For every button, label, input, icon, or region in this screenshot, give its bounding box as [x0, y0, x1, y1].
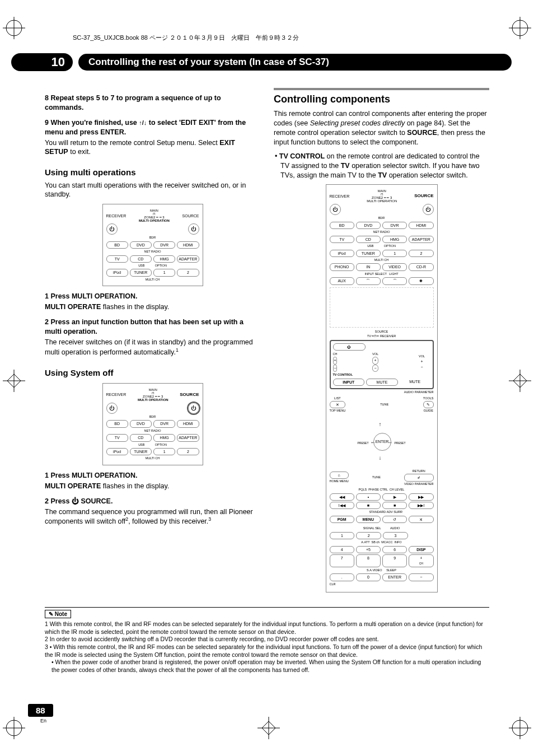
- btn-2: 2: [177, 269, 199, 276]
- label-tv: TV: [367, 334, 371, 338]
- btn-cd: CD: [356, 236, 381, 243]
- footnote-3a: 3 • With this remote control, the IR and…: [45, 643, 489, 659]
- label-source: SOURCE: [182, 213, 199, 218]
- btn-dvr: DVR: [153, 420, 175, 427]
- text: to exit.: [68, 148, 91, 156]
- vol-minus-icon: −: [372, 365, 378, 372]
- btn-2: 2: [177, 448, 199, 455]
- btn-num-7: 7: [330, 554, 354, 567]
- btn-in: IN: [356, 263, 381, 270]
- btn-input: INPUT: [333, 379, 365, 386]
- crop-mark-icon: [3, 17, 25, 39]
- receiver-power-icon: ⏻: [106, 223, 118, 235]
- shuffle-icon: ⤨: [409, 516, 433, 523]
- label-netradio: NET RADIO: [106, 429, 199, 433]
- label-pqls: PQLS: [359, 488, 367, 491]
- text: operation selector switch.: [387, 171, 468, 179]
- label-source: SOURCE: [414, 193, 433, 199]
- label-multich: MULTI CH: [330, 258, 434, 262]
- btn-ipod: iPod: [330, 250, 354, 257]
- btn-adapter: ADAPTER: [177, 255, 199, 263]
- btn-tuner: TUNER: [130, 448, 152, 455]
- ch-plus-icon: +: [333, 357, 338, 364]
- label-vol: VOL: [414, 354, 430, 358]
- label-bdr: BDR: [106, 415, 199, 419]
- crop-mark-icon: [509, 17, 531, 39]
- label-ch: CH: [333, 352, 338, 356]
- btn-prev-icon: ⌒: [356, 277, 381, 284]
- source-power-icon: ⏻: [188, 223, 199, 235]
- label-vol: VOL: [372, 352, 378, 356]
- up-down-arrow-icon: ↑/↓: [139, 119, 147, 126]
- btn-hmg: HMG: [153, 434, 175, 441]
- btn-num-8: 8: [356, 554, 381, 567]
- btn-dot: .: [330, 573, 354, 581]
- crop-mark-icon: [509, 370, 531, 392]
- left-column: 8 Repeat steps 5 to 7 to program a seque…: [45, 88, 260, 597]
- btn-mute: MUTE: [366, 379, 398, 386]
- label-netradio: NET RADIO: [106, 250, 199, 254]
- ch-minus-icon: −: [333, 365, 338, 372]
- btn-phono: PHONO: [330, 263, 354, 270]
- label-clr: CLR: [330, 582, 434, 586]
- note-section: Note 1 With this remote control, the IR …: [45, 607, 489, 674]
- label-receiver: RECEIVER: [106, 213, 127, 218]
- label-multi-op: MULTI OPERATION: [139, 219, 170, 222]
- btn-2: 2: [409, 250, 433, 257]
- label-chlevel: CH LEVEL: [390, 488, 405, 491]
- label-savideo: S.A.VIDEO: [367, 568, 382, 572]
- label-main: MAIN: [149, 388, 157, 391]
- label-sleep: SLEEP: [386, 568, 396, 572]
- btn-aux: AUX: [330, 277, 354, 284]
- crop-mark-icon: [509, 717, 531, 739]
- label-preset: PRESET: [394, 441, 405, 445]
- btn-hdmi: HDMI: [177, 241, 199, 249]
- btn-tv: TV: [330, 236, 354, 243]
- wrench-icon: ✎: [423, 401, 434, 408]
- btn-num-9: 9: [382, 554, 407, 567]
- source-power-icon: ⏻: [188, 403, 199, 414]
- footnote-3b: • When the power code of another brand i…: [45, 659, 489, 674]
- intro-text: This remote control can control componen…: [274, 109, 489, 147]
- label-topmenu: TOP MENU: [330, 409, 346, 413]
- crop-mark-icon: [257, 717, 280, 739]
- text: 2 Press: [45, 497, 72, 505]
- tv-control-section: ⏻ CH + − VOL: [330, 340, 434, 390]
- btn-menu: MENU: [356, 516, 381, 523]
- label-usb: USB: [138, 264, 144, 267]
- stop-icon: ■: [382, 502, 407, 509]
- label-main: MAIN: [150, 209, 158, 212]
- label-audio-param: AUDIO PARAMETER: [330, 390, 434, 394]
- multi-body: You can start multi operations with the …: [45, 181, 260, 200]
- btn-1: 1: [382, 250, 407, 257]
- text-bold: TV CONTROL: [279, 152, 325, 160]
- btn-tv: TV: [106, 255, 128, 263]
- btn-1: 1: [153, 269, 175, 276]
- btn-cd: CD: [130, 434, 152, 441]
- remote-diagram-source: RECEIVER MAIN⊓ZONE2 ━ ━ 3MULTI OPERATION…: [102, 383, 203, 465]
- btn-ipod: iPod: [106, 448, 128, 455]
- btn-tuner: TUNER: [130, 269, 152, 276]
- btn-num-1: 1: [330, 532, 355, 539]
- footnote-ref-1: 1: [176, 347, 179, 353]
- multi-step-1-body: MULTI OPERATE flashes in the display.: [45, 302, 260, 312]
- text: The receiver switches on (if it was in s…: [45, 338, 253, 356]
- power-icon: ⏻: [72, 497, 79, 505]
- receiver-power-icon: ⏻: [330, 204, 341, 215]
- btn-num-0: 0: [356, 573, 381, 581]
- repeat-icon: ↺: [382, 516, 407, 523]
- btn-1: 1: [153, 448, 175, 455]
- label-bdr: BDR: [106, 236, 199, 240]
- play-icon: ▶: [382, 493, 407, 501]
- step-8: 8 Repeat steps 5 to 7 to program a seque…: [45, 94, 260, 113]
- blank-section: [330, 287, 434, 328]
- heading-multi-operations: Using multi operations: [45, 167, 260, 178]
- source-power-icon: ⏻: [423, 204, 434, 215]
- label-multich: MULTI CH: [106, 456, 199, 460]
- crop-mark-icon: [3, 717, 25, 739]
- label-standard: STANDARD: [369, 510, 386, 514]
- up-arrow-icon: ↑: [379, 421, 382, 428]
- step-9-text-a: 9 When you're finished, use: [45, 119, 139, 127]
- btn-num-3: 3: [383, 532, 408, 539]
- label-option: OPTION: [155, 443, 167, 446]
